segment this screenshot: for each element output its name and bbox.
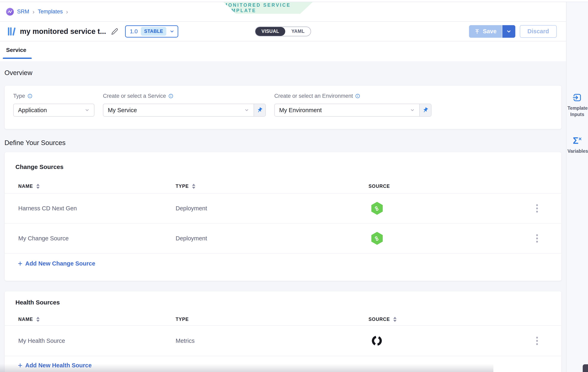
health-source-type: Metrics (176, 338, 368, 344)
edit-title-icon[interactable] (111, 28, 118, 35)
template-inputs-button[interactable]: Template Inputs (567, 93, 588, 118)
column-type: TYPE (176, 184, 189, 189)
version-dropdown[interactable]: 1.0 STABLE (125, 25, 178, 38)
change-source-name: My Change Source (18, 235, 176, 242)
health-sources-table: NAME TYPE SOURCE My Health Source Metric… (5, 313, 561, 369)
pin-service-button[interactable] (254, 104, 265, 116)
page-title: my monitored service t... (20, 27, 106, 36)
pin-environment-button[interactable] (419, 104, 431, 116)
health-source-row[interactable]: My Health Source Metrics (5, 326, 561, 356)
variables-icon: Σ× (573, 136, 581, 145)
info-icon[interactable] (168, 94, 173, 98)
sort-name-button[interactable] (36, 184, 40, 189)
pin-icon (422, 107, 428, 113)
type-field-group: Type Application (13, 93, 94, 122)
change-sources-card: Change Sources NAME TYPE SOURCE Harness … (4, 152, 562, 281)
help-widget-partial[interactable] (583, 364, 588, 372)
chevron-down-icon (85, 108, 90, 112)
breadcrumb-separator (32, 9, 34, 15)
type-select-value: Application (18, 107, 47, 114)
header-actions: Save Discard (469, 25, 557, 38)
column-name: NAME (18, 184, 33, 189)
overview-heading: Overview (4, 69, 562, 77)
sort-source-button[interactable] (393, 317, 397, 322)
change-source-row[interactable]: Harness CD Next Gen Deployment ∞ (5, 193, 561, 223)
define-sources-heading: Define Your Sources (4, 139, 562, 147)
variables-label: Variables (567, 148, 587, 154)
column-name: NAME (18, 317, 33, 322)
environment-select[interactable]: My Environment (274, 104, 431, 117)
table-header-row: NAME TYPE SOURCE (5, 313, 561, 326)
change-source-name: Harness CD Next Gen (18, 205, 176, 212)
title-bar: my monitored service t... 1.0 STABLE VIS… (0, 22, 566, 41)
right-panel: Template Inputs Σ× Variables (566, 2, 588, 372)
column-source: SOURCE (368, 317, 390, 322)
version-status-badge: STABLE (141, 27, 166, 36)
type-select[interactable]: Application (13, 104, 94, 117)
appdynamics-icon (371, 335, 525, 346)
upload-icon (474, 29, 480, 34)
toggle-yaml[interactable]: YAML (285, 27, 311, 36)
tab-service[interactable]: Service (5, 41, 32, 59)
sort-name-button[interactable] (36, 317, 40, 322)
service-content: Overview Type Application (0, 61, 566, 372)
variables-button[interactable]: Σ× Variables (567, 136, 588, 154)
change-source-row[interactable]: My Change Source Deployment ∞ (5, 223, 561, 253)
srm-module-icon (6, 8, 14, 16)
chevron-down-icon (169, 29, 174, 34)
row-menu-button[interactable] (534, 335, 540, 347)
info-icon[interactable] (28, 94, 32, 98)
template-icon (7, 27, 16, 36)
change-sources-heading: Change Sources (15, 163, 561, 170)
save-button[interactable]: Save (469, 25, 502, 38)
breadcrumb-templates[interactable]: Templates (38, 9, 63, 15)
info-icon[interactable] (355, 94, 360, 98)
environment-field-group: Create or select an Environment My Envir… (274, 93, 431, 122)
change-sources-table: NAME TYPE SOURCE Harness CD Next Gen Dep… (5, 179, 561, 267)
sort-type-button[interactable] (192, 184, 195, 189)
column-type: TYPE (176, 317, 189, 322)
toggle-visual[interactable]: VISUAL (255, 27, 285, 36)
change-source-type: Deployment (176, 235, 368, 242)
add-change-source-button[interactable]: Add New Change Source (18, 260, 95, 267)
chevron-down-icon (410, 108, 415, 112)
type-field-label: Type (13, 93, 25, 99)
service-select[interactable]: My Service (103, 104, 266, 117)
column-source: SOURCE (368, 184, 390, 189)
visual-yaml-toggle: VISUAL YAML (255, 27, 311, 36)
harness-cd-icon: ∞ (371, 202, 383, 215)
title-group: my monitored service t... (7, 27, 118, 36)
template-type-ribbon: MONITORED SERVICE TEMPLATE (223, 2, 313, 14)
change-source-type: Deployment (176, 205, 368, 212)
pin-icon (257, 107, 263, 113)
environment-field-label: Create or select an Environment (274, 93, 353, 99)
discard-button-label: Discard (527, 28, 549, 35)
breadcrumb-srm[interactable]: SRM (17, 9, 29, 15)
save-button-label: Save (483, 28, 497, 35)
health-source-name: My Health Source (18, 338, 176, 344)
row-menu-button[interactable] (534, 232, 540, 245)
save-options-caret[interactable] (502, 25, 515, 38)
health-sources-card: Health Sources NAME TYPE SOURCE My Healt… (4, 291, 562, 372)
breadcrumb-separator (66, 9, 68, 15)
overview-card: Type Application (4, 85, 562, 129)
version-number: 1.0 (130, 28, 138, 35)
discard-button[interactable]: Discard (520, 25, 557, 38)
service-field-group: Create or select a Service My Service (103, 93, 266, 122)
monitored-service-template-page: MONITORED SERVICE TEMPLATE SRM Templates (0, 0, 588, 372)
save-split-button: Save (469, 25, 515, 38)
service-field-label: Create or select a Service (103, 93, 166, 99)
bottom-shadow (0, 364, 494, 372)
health-sources-heading: Health Sources (15, 299, 561, 306)
chevron-down-icon (244, 108, 249, 112)
row-menu-button[interactable] (534, 202, 540, 215)
environment-select-value: My Environment (279, 107, 322, 114)
template-inputs-icon (573, 93, 582, 102)
template-inputs-label: Template Inputs (567, 105, 587, 118)
main-area: SRM Templates my monitored service t... (0, 2, 566, 372)
harness-cd-icon: ∞ (371, 232, 383, 245)
template-type-label: MONITORED SERVICE TEMPLATE (223, 2, 313, 13)
tab-bar: Service (0, 41, 566, 59)
table-header-row: NAME TYPE SOURCE (5, 179, 561, 193)
add-change-source-label: Add New Change Source (25, 260, 95, 267)
